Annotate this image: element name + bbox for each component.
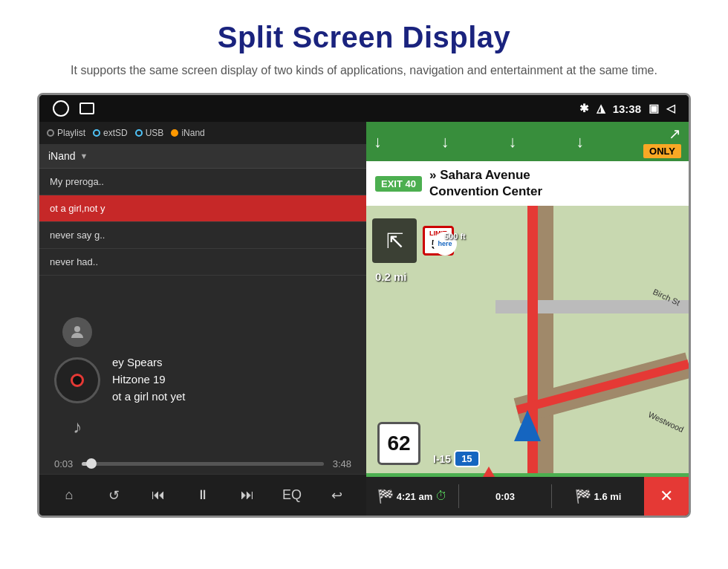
playlist-label: Playlist	[57, 128, 85, 138]
artist-avatar-icon	[62, 317, 92, 347]
eta-time-section: 🏁 4:21 am ⏱	[366, 488, 458, 504]
album-name: Hitzone 19	[112, 373, 185, 386]
turn-icon: ⇱	[372, 218, 417, 263]
back-button[interactable]: ↩	[320, 479, 353, 512]
nav-top-banner: ↓ ↓ ↓ ↓ ↗ ONLY EXIT 40 » Sahara Avenue C…	[366, 122, 689, 206]
prev-button[interactable]: ⏮	[142, 479, 175, 512]
playlist: My preroga.. ot a girl,not y never say g…	[39, 169, 366, 304]
nav-arrow-down-1: ↓	[374, 132, 382, 152]
artist-name: ey Spears	[112, 356, 185, 368]
source-dropdown[interactable]: iNand ▼	[48, 150, 88, 162]
westwood-label: Westwood	[647, 410, 685, 434]
progress-bar-container: 0:03 3:48	[39, 454, 366, 474]
playlist-item-3[interactable]: never say g..	[39, 222, 366, 249]
track-info: ey Spears Hitzone 19 ot a girl not yet	[112, 356, 185, 403]
eta-remaining-distance: 1.6 mi	[594, 491, 622, 502]
home-button[interactable]: ⌂	[53, 479, 85, 512]
speed-value: 62	[387, 432, 410, 455]
music-panel: Playlist extSD USB iNand iNand	[39, 122, 366, 516]
playlist-radio	[47, 129, 54, 137]
highway-badge: 15	[454, 450, 479, 467]
eta-distance-section: 🏁 1.6 mi	[552, 488, 644, 504]
nav-destination: » Sahara Avenue Convention Center	[429, 167, 542, 200]
page-title: Split Screen Display	[15, 21, 713, 54]
eta-flag-start: 🏁	[377, 488, 394, 504]
nav-exit-row: EXIT 40 » Sahara Avenue Convention Cente…	[366, 161, 689, 206]
music-note-icon: ♪	[64, 414, 91, 440]
time-current: 0:03	[54, 458, 73, 469]
next-button[interactable]: ⏭	[231, 479, 264, 512]
back-icon: ◁	[666, 102, 675, 115]
feet-label: 500 ft	[444, 232, 466, 241]
disc-icon	[54, 357, 100, 403]
play-pause-button[interactable]: ⏸	[186, 479, 219, 512]
playlist-tab[interactable]: Playlist	[47, 128, 85, 138]
nav-bottom-bar: 🏁 4:21 am ⏱ 0:03 🏁 1.6 mi ✕	[366, 477, 689, 516]
progress-track[interactable]	[82, 462, 323, 466]
location-icon: ◮	[597, 102, 605, 115]
time-total: 3:48	[333, 458, 351, 469]
eta-clock-icon: ⏱	[435, 490, 447, 503]
playlist-item-2[interactable]: ot a girl,not y	[39, 195, 366, 222]
disc-center	[71, 374, 84, 387]
eta-flag-end: 🏁	[575, 488, 591, 504]
playlist-item-1[interactable]: My preroga..	[39, 169, 366, 195]
nav-arrow-indicator	[514, 410, 541, 441]
nav-progress-arrow	[483, 466, 495, 477]
extsd-label: extSD	[103, 128, 128, 138]
page-header: Split Screen Display It supports the sam…	[0, 0, 728, 93]
speed-box: 62	[377, 422, 420, 465]
svg-point-0	[74, 326, 80, 332]
nav-arrows-row: ↓ ↓ ↓ ↓ ↗ ONLY	[366, 122, 689, 161]
highway-i15-label: I-15	[433, 453, 451, 465]
extsd-tab[interactable]: extSD	[93, 128, 128, 138]
nav-arrow-down-4: ↓	[576, 132, 584, 152]
highway-sign-container: I-15 15	[433, 450, 480, 467]
nav-arrow-up-right: ↗	[669, 125, 681, 143]
image-icon	[79, 103, 94, 114]
track-name: ot a girl not yet	[112, 390, 185, 403]
eta-duration-section: 0:03	[459, 491, 551, 502]
inand-label: iNand	[181, 128, 204, 138]
inand-tab[interactable]: iNand	[171, 128, 204, 138]
source-tabs: Playlist extSD USB iNand	[39, 122, 366, 144]
usb-radio	[135, 129, 143, 137]
road-horizontal-1	[495, 300, 689, 313]
extsd-radio	[93, 129, 100, 137]
status-left-icons	[53, 100, 94, 117]
selected-source: iNand	[48, 150, 76, 162]
eta-duration: 0:03	[495, 491, 515, 502]
bluetooth-icon: ✱	[579, 102, 589, 115]
home-circle-icon	[53, 100, 69, 117]
status-right-icons: ✱ ◮ 13:38 ▣ ◁	[579, 102, 675, 115]
now-playing: ♪ ey Spears Hitzone 19 ot a girl not yet	[39, 304, 366, 454]
control-bar: ⌂ ↺ ⏮ ⏸ ⏭ EQ ↩	[39, 474, 366, 516]
status-bar: ✱ ◮ 13:38 ▣ ◁	[39, 95, 689, 122]
inand-radio	[171, 129, 178, 137]
close-nav-button[interactable]: ✕	[644, 477, 689, 516]
page-subtitle: It supports the same screen display of t…	[15, 62, 713, 79]
nav-arrow-down-3: ↓	[509, 132, 517, 152]
usb-tab[interactable]: USB	[135, 128, 164, 138]
status-time: 13:38	[613, 103, 641, 115]
nav-arrow-down-2: ↓	[441, 132, 449, 152]
nav-panel: Birch St Westwood ↓ ↓ ↓ ↓ ↗ ONLY EXIT 40	[366, 122, 689, 516]
only-badge: ONLY	[643, 144, 681, 158]
selector-bar[interactable]: iNand ▼	[39, 144, 366, 169]
eq-button[interactable]: EQ	[276, 479, 308, 512]
progress-thumb	[86, 458, 97, 469]
distance-label: 0.2 mi	[375, 270, 407, 283]
device-frame: ✱ ◮ 13:38 ▣ ◁ Playlist extSD	[37, 93, 691, 518]
split-screen: Playlist extSD USB iNand iNand	[39, 122, 689, 516]
repeat-button[interactable]: ↺	[97, 479, 130, 512]
exit-badge: EXIT 40	[375, 176, 422, 192]
usb-label: USB	[146, 128, 164, 138]
chevron-down-icon: ▼	[80, 152, 88, 160]
eta-arrival: 4:21 am	[397, 491, 432, 502]
playlist-item-4[interactable]: never had..	[39, 249, 366, 276]
window-icon: ▣	[649, 102, 659, 115]
